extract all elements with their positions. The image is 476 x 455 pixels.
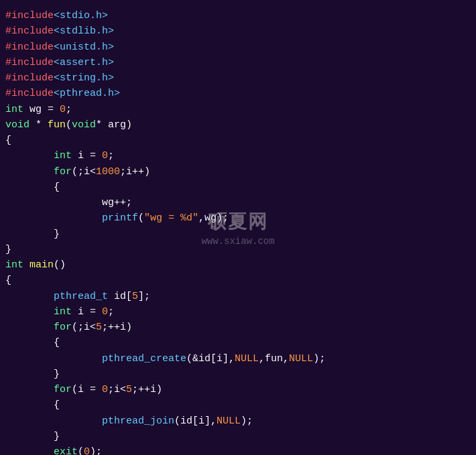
code-token: { [5, 337, 60, 348]
code-line: void * fun(void* arg) [5, 117, 471, 133]
code-token: for [54, 384, 72, 395]
code-token: <stdlib.h> [54, 25, 114, 37]
code-token: ,wg); [198, 212, 229, 224]
code-token [5, 353, 102, 365]
code-token: <string.h> [54, 72, 114, 84]
code-line: { [5, 273, 471, 288]
code-token: ( [78, 446, 84, 455]
code-token: 5 [96, 322, 102, 333]
code-token: <assert.h> [54, 57, 114, 68]
code-line: } [5, 429, 471, 444]
code-line: printf("wg = %d",wg); [5, 210, 471, 226]
code-line: pthread_t id[5]; [5, 289, 471, 304]
code-token: ; [108, 306, 114, 318]
code-line: #include<string.h> [5, 70, 471, 86]
code-token: (&id[i], [186, 353, 235, 365]
code-token: * arg) [96, 119, 132, 131]
code-line: { [5, 397, 471, 413]
code-token: void [5, 119, 29, 131]
code-token: 5 [132, 291, 138, 302]
code-token: 0 [60, 104, 66, 115]
code-line: } [5, 367, 471, 382]
code-line: #include<stdio.h> [5, 8, 471, 23]
code-token [5, 322, 54, 333]
code-token: ;++i) [102, 322, 132, 333]
code-token: * [29, 119, 48, 131]
code-token: (;i< [72, 322, 96, 333]
code-token: NULL [217, 415, 241, 427]
code-line: for(i = 0;i<5;++i) [5, 382, 471, 397]
code-token: ;++i) [132, 384, 162, 395]
code-token: for [54, 322, 72, 333]
code-line: for(;i<1000;i++) [5, 164, 471, 180]
code-token: } [5, 369, 60, 380]
code-token: ,fun, [259, 353, 289, 365]
code-token: wg = [23, 104, 60, 115]
code-line: int wg = 0; [5, 102, 471, 117]
code-line: int i = 0; [5, 304, 471, 320]
code-line: { [5, 133, 471, 148]
code-token: #include [5, 25, 54, 37]
code-token: fun [48, 119, 66, 131]
code-token: int [54, 306, 72, 318]
code-token: { [5, 275, 11, 286]
code-token: ; [66, 104, 72, 115]
code-token: ); [90, 446, 102, 455]
code-token: #include [5, 42, 54, 53]
code-token: <unistd.h> [54, 42, 114, 53]
code-line: #include<assert.h> [5, 55, 471, 70]
code-token: 0 [102, 384, 108, 395]
code-block: #include<stdio.h>#include<stdlib.h>#incl… [5, 8, 471, 455]
code-token: printf [102, 212, 138, 224]
code-token: } [5, 431, 60, 442]
code-token: { [5, 182, 60, 193]
code-token: ); [241, 415, 253, 427]
code-token: } [5, 244, 11, 255]
code-line: #include<unistd.h> [5, 40, 471, 55]
code-line: pthread_create(&id[i],NULL,fun,NULL); [5, 351, 471, 367]
code-token: int [5, 259, 23, 271]
code-line: pthread_join(id[i],NULL); [5, 413, 471, 429]
code-line: #include<stdlib.h> [5, 23, 471, 39]
code-token: NULL [235, 353, 259, 365]
code-token: <pthread.h> [54, 88, 120, 99]
code-token [5, 306, 54, 318]
code-token: #include [5, 57, 54, 68]
code-line: } [5, 226, 471, 242]
code-token: } [5, 229, 60, 240]
code-line: for(;i<5;++i) [5, 320, 471, 335]
code-token: ;i< [108, 384, 126, 395]
code-token: pthread_create [102, 353, 186, 365]
code-token: { [5, 399, 60, 411]
code-token: "wg = %d" [144, 212, 198, 224]
code-token [5, 166, 54, 178]
code-line: { [5, 180, 471, 195]
code-line: } [5, 242, 471, 257]
code-token: 0 [102, 306, 108, 318]
code-token: ; [108, 150, 114, 161]
code-token [5, 384, 54, 395]
code-token: #include [5, 88, 54, 99]
code-token [5, 150, 54, 161]
code-token: int [54, 150, 72, 161]
code-token: 1000 [96, 166, 120, 178]
code-token: main [29, 259, 54, 271]
code-token: pthread_t [54, 291, 108, 302]
code-token: int [5, 104, 23, 115]
code-token: ( [138, 212, 144, 224]
code-token: (i = [72, 384, 102, 395]
code-token: ;i++) [120, 166, 150, 178]
code-line: int main() [5, 257, 471, 273]
code-token: i = [72, 150, 102, 161]
code-token: #include [5, 72, 54, 84]
code-editor: #include<stdio.h>#include<stdlib.h>#incl… [0, 0, 476, 455]
code-token: exit [54, 446, 78, 455]
code-token [23, 259, 29, 271]
code-token [5, 415, 102, 427]
code-token: ]; [138, 291, 150, 302]
code-token: ( [66, 119, 72, 131]
code-token: NULL [289, 353, 313, 365]
code-line: #include<pthread.h> [5, 86, 471, 101]
code-token: 0 [84, 446, 90, 455]
code-token: for [54, 166, 72, 178]
